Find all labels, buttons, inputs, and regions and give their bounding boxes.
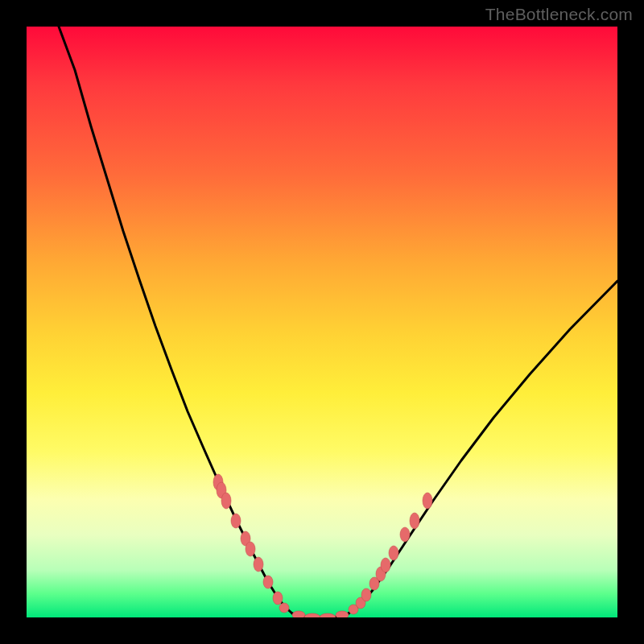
watermark-text: TheBottleneck.com [485,5,633,24]
curve-lines [59,27,617,617]
bottleneck-curve-svg [27,27,617,617]
data-marker [231,514,241,528]
data-marker [361,588,371,601]
data-marker [400,527,410,542]
data-marker [292,611,305,617]
data-marker [423,493,432,509]
data-marker [263,576,273,588]
data-marker [273,592,283,605]
data-marker [389,546,398,560]
plot-area [27,27,617,617]
curve-left-curve [59,27,292,613]
data-marker [320,613,336,617]
data-marker [246,542,255,556]
data-marker [381,558,390,572]
data-marker [279,603,289,613]
curve-markers [213,474,432,617]
data-marker [221,493,231,509]
data-marker [410,513,419,529]
data-marker [336,611,349,617]
data-marker [304,613,320,617]
chart-frame: TheBottleneck.com [0,0,644,644]
data-marker [254,557,263,572]
